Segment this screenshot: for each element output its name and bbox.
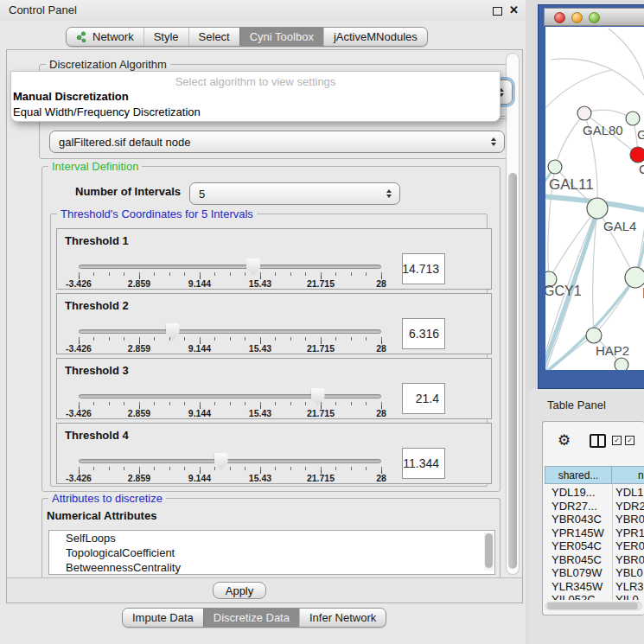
table-panel: Table Panel ⚙ ✓ ✓ shared... na YDL19...Y… <box>529 389 644 644</box>
apply-strip: Apply <box>7 577 522 603</box>
attributes-group-title: Attributes to discretize <box>48 492 166 505</box>
network-canvas[interactable]: GAL80 G GAL11 GAL4 GCY1 H HAP2 C <box>545 27 644 370</box>
tab-style[interactable]: Style <box>143 28 188 46</box>
node-hap2[interactable] <box>586 328 602 343</box>
window-title: Control Panel <box>9 3 77 16</box>
thresholds-group-title: Threshold's Coordinates for 5 Intervals <box>57 207 257 220</box>
node-label: C <box>639 162 644 176</box>
number-of-intervals-combobox[interactable]: 5 <box>189 182 400 205</box>
node-label: GCY1 <box>545 284 582 298</box>
node-gal80[interactable] <box>577 106 591 120</box>
threshold-1-value-field[interactable]: 14.713 <box>402 253 445 284</box>
table-panel-box: ⚙ ✓ ✓ shared... na YDL19...YDL1 YDR27...… <box>542 421 644 615</box>
threshold-3-value-field[interactable]: 21.4 <box>402 383 445 414</box>
numerical-attributes-label: Numerical Attributes <box>47 509 156 522</box>
node-gal4[interactable] <box>587 198 608 219</box>
threshold-2-value-field[interactable]: 6.316 <box>402 318 445 349</box>
checkbox-icon[interactable]: ✓ <box>625 436 634 445</box>
mac-zoom-button[interactable] <box>589 12 600 23</box>
threshold-1-panel: Threshold 1 -3.4262.8599.14415.4321.7152… <box>56 228 492 290</box>
node-g[interactable] <box>626 112 640 125</box>
split-table-icon[interactable] <box>590 434 606 448</box>
number-of-intervals-value: 5 <box>199 188 205 201</box>
slider-scale-labels: -3.4262.8599.14415.4321.71528 <box>79 278 381 289</box>
table-row[interactable]: YBR045CYBR0 <box>545 553 644 567</box>
tab-network[interactable]: Network <box>67 28 143 46</box>
table-row[interactable]: YIL052CYIL0 <box>545 593 644 600</box>
table-row[interactable]: YLR345WYLR3 <box>545 580 644 594</box>
scrollbar-thumb[interactable] <box>508 173 517 569</box>
close-icon[interactable]: ✕ <box>509 3 519 16</box>
network-window-titlebar[interactable] <box>544 8 644 26</box>
node-bottom[interactable] <box>615 358 628 370</box>
table-row[interactable]: YPR145WYPR1 <box>545 526 644 540</box>
threshold-4-panel: Threshold 4 -3.4262.8599.14415.4321.7152… <box>56 423 492 484</box>
node-label: GAL80 <box>583 123 623 137</box>
network-view-window: GAL80 G GAL11 GAL4 GCY1 H HAP2 C <box>538 4 644 389</box>
network-icon <box>76 31 87 42</box>
attributes-list-scrollbar[interactable] <box>484 532 494 571</box>
table-row[interactable]: YDL19...YDL1 <box>545 486 644 500</box>
gear-icon[interactable]: ⚙ <box>558 431 571 450</box>
column-header-shared-name[interactable]: shared... <box>545 466 612 484</box>
combo-arrows-icon <box>491 137 496 146</box>
node-h[interactable] <box>625 267 644 288</box>
table-rows: YDL19...YDL1 YDR27...YDR2 YBR043CYBR0 YP… <box>545 486 644 600</box>
table-row[interactable]: YBR043CYBR0 <box>545 513 644 526</box>
table-data-group: Table Data galFiltered.sif default node <box>39 116 514 159</box>
attributes-group: Attributes to discretize Numerical Attri… <box>41 498 501 577</box>
list-item[interactable]: BetweennessCentrality <box>49 560 494 575</box>
checkbox-icon[interactable]: ✓ <box>612 436 622 445</box>
list-item[interactable]: TopologicalCoefficient <box>49 545 494 560</box>
threshold-2-panel: Threshold 2 -3.4262.8599.14415.4321.7152… <box>56 293 492 354</box>
tab-network-label: Network <box>92 30 134 43</box>
tab-discretize-data[interactable]: Discretize Data <box>203 609 299 627</box>
discretization-algorithm-group-title: Discretization Algorithm <box>46 58 170 71</box>
top-tab-bar: Network Style Select Cyni Toolbox jActiv… <box>66 27 428 47</box>
mac-minimize-button[interactable] <box>571 12 583 23</box>
node-label: GAL4 <box>603 219 636 233</box>
float-window-icon[interactable] <box>493 7 502 16</box>
slider-scale-labels: -3.4262.8599.14415.4321.71528 <box>79 343 381 354</box>
tab-cyni-toolbox[interactable]: Cyni Toolbox <box>239 28 323 46</box>
algorithm-placeholder-option[interactable]: Select algorithm to view settings <box>11 75 500 88</box>
table-data-combobox[interactable]: galFiltered.sif default node <box>49 131 505 153</box>
table-data-selected-value: galFiltered.sif default node <box>59 136 190 149</box>
scrollbar-thumb[interactable] <box>547 603 638 609</box>
network-graph: GAL80 G GAL11 GAL4 GCY1 H HAP2 C <box>545 27 644 370</box>
node-gal11[interactable] <box>548 160 562 174</box>
column-header-name[interactable]: na <box>612 466 644 484</box>
slider-scale-labels: -3.4262.8599.14415.4321.71528 <box>79 473 381 483</box>
threshold-3-panel: Threshold 3 -3.4262.8599.14415.4321.7152… <box>56 358 492 419</box>
option-equal-width-frequency[interactable]: Equal Width/Frequency Discretization <box>13 105 201 118</box>
tab-jactivemnodules[interactable]: jActiveMNodules <box>323 28 427 46</box>
table-header-row: shared... na <box>545 466 644 484</box>
table-row[interactable]: YDR27...YDR2 <box>545 500 644 513</box>
node-selected-red[interactable] <box>630 147 644 163</box>
table-row[interactable]: YER054CYER0 <box>545 539 644 553</box>
number-of-intervals-label: Number of Intervals <box>75 185 181 198</box>
control-panel-titlebar: Control Panel ✕ <box>0 0 526 21</box>
interval-definition-group-title: Interval Definition <box>48 160 142 173</box>
table-horizontal-scrollbar[interactable] <box>545 602 642 610</box>
node-label: G <box>637 127 644 142</box>
option-manual-discretization[interactable]: Manual Discretization <box>13 90 129 103</box>
node-label: GAL11 <box>549 176 594 193</box>
threshold-4-value-field[interactable]: 11.344 <box>402 448 445 479</box>
tab-impute-data[interactable]: Impute Data <box>123 609 203 627</box>
settings-vertical-scrollbar[interactable] <box>506 53 520 575</box>
thresholds-group: Threshold's Coordinates for 5 Intervals … <box>50 214 488 487</box>
table-panel-title: Table Panel <box>547 399 606 411</box>
apply-button[interactable]: Apply <box>213 582 266 599</box>
algorithm-dropdown-popup: Select algorithm to view settings Manual… <box>10 71 501 122</box>
numerical-attributes-list: SelfLoops TopologicalCoefficient Between… <box>48 530 495 575</box>
table-row[interactable]: YBL079WYBL0 <box>545 566 644 580</box>
tab-infer-network[interactable]: Infer Network <box>299 609 386 627</box>
combo-arrows-icon <box>386 189 392 198</box>
tab-select[interactable]: Select <box>188 28 239 46</box>
control-panel-window: Control Panel ✕ Network Style Select Cyn… <box>0 0 526 644</box>
node-label: HAP2 <box>596 343 629 358</box>
cyni-toolbox-panel: Discretization Algorithm Select algorith… <box>6 49 523 603</box>
mac-close-button[interactable] <box>554 12 565 23</box>
list-item[interactable]: SelfLoops <box>49 531 494 545</box>
